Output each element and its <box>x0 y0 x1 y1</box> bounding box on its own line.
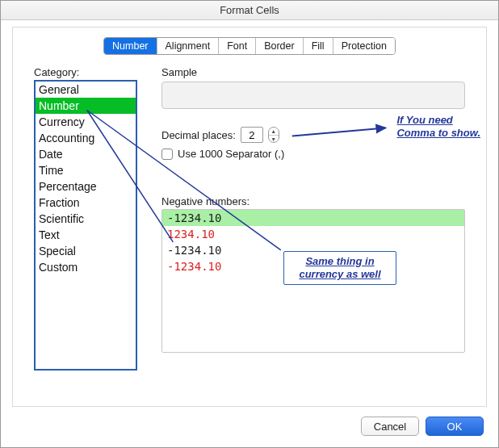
negative-item[interactable]: 1234.10 <box>162 226 464 242</box>
sample-box <box>161 82 465 109</box>
tab-alignment[interactable]: Alignment <box>157 38 220 54</box>
category-item-fraction[interactable]: Fraction <box>36 195 136 211</box>
category-item-general[interactable]: General <box>36 82 136 98</box>
category-item-special[interactable]: Special <box>36 243 136 259</box>
decimal-places-stepper[interactable]: ▲ ▼ <box>268 127 279 143</box>
tab-bar: Number Alignment Font Border Fill Protec… <box>103 37 396 55</box>
negative-numbers-listbox[interactable]: -1234.10 1234.10 -1234.10 -1234.10 <box>161 209 465 353</box>
category-item-currency[interactable]: Currency <box>36 114 136 130</box>
tab-number[interactable]: Number <box>104 38 157 54</box>
category-item-time[interactable]: Time <box>36 162 136 178</box>
category-listbox[interactable]: General Number Currency Accounting Date … <box>34 80 137 371</box>
category-item-date[interactable]: Date <box>36 146 136 162</box>
ok-button[interactable]: OK <box>426 417 484 436</box>
category-item-accounting[interactable]: Accounting <box>36 130 136 146</box>
window-title: Format Cells <box>1 1 498 20</box>
decimal-places-label: Decimal places: <box>161 129 236 141</box>
dialog-body: Number Alignment Font Border Fill Protec… <box>12 27 487 407</box>
category-item-text[interactable]: Text <box>36 227 136 243</box>
stepper-up-icon[interactable]: ▲ <box>269 128 279 136</box>
tab-protection[interactable]: Protection <box>333 38 395 54</box>
tab-border[interactable]: Border <box>256 38 304 54</box>
thousands-separator-checkbox[interactable] <box>161 149 173 160</box>
thousands-separator-label: Use 1000 Separator (,) <box>178 148 284 160</box>
stepper-down-icon[interactable]: ▼ <box>269 136 279 143</box>
decimal-places-input[interactable] <box>241 127 263 143</box>
negative-item[interactable]: -1234.10 <box>162 210 464 226</box>
category-item-scientific[interactable]: Scientific <box>36 211 136 227</box>
format-cells-dialog: Format Cells Number Alignment Font Borde… <box>0 0 499 448</box>
cancel-button[interactable]: Cancel <box>361 417 419 436</box>
tab-fill[interactable]: Fill <box>304 38 333 54</box>
category-item-percentage[interactable]: Percentage <box>36 178 136 195</box>
tab-font[interactable]: Font <box>219 38 256 54</box>
category-label: Category: <box>34 66 144 78</box>
sample-label: Sample <box>161 66 465 78</box>
category-item-number[interactable]: Number <box>36 98 136 114</box>
negative-item[interactable]: -1234.10 <box>162 258 464 274</box>
negative-numbers-label: Negative numbers: <box>161 195 465 207</box>
category-item-custom[interactable]: Custom <box>36 259 136 275</box>
negative-item[interactable]: -1234.10 <box>162 242 464 258</box>
